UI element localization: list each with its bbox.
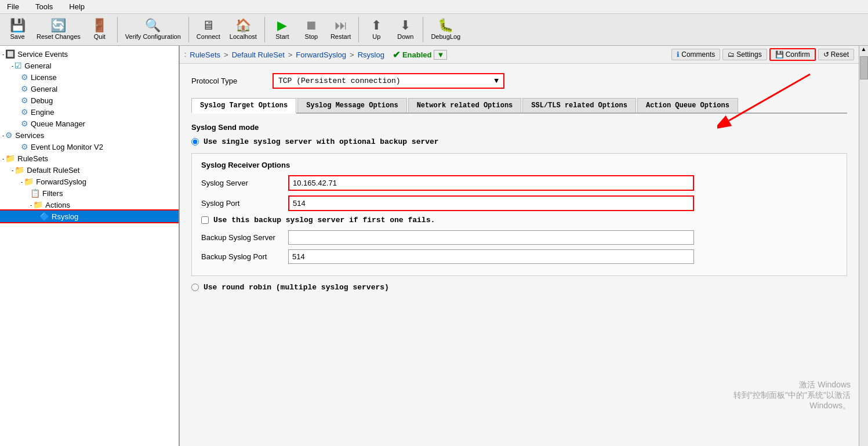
tree-toggle-general[interactable]: - — [12, 63, 13, 69]
form-area: Protocol Type TCP (Persistent connection… — [180, 64, 859, 446]
backup-server-input[interactable] — [288, 230, 694, 245]
breadcrumb-bar: : RuleSets > Default RuleSet > ForwardSy… — [180, 46, 859, 64]
tree-panel: - 🔲 Service Events - ☑ General ⚙ License… — [0, 46, 180, 446]
save-button[interactable]: 💾 Save — [3, 16, 31, 43]
backup-port-row: Backup Syslog Port — [201, 249, 837, 264]
radio-single-server[interactable] — [191, 138, 199, 146]
general2-icon: ⚙ — [21, 84, 28, 93]
localhost-icon: 🏠 — [235, 19, 251, 32]
tabs-row: Syslog Target Options Syslog Message Opt… — [191, 98, 847, 114]
rsyslog-icon: 🔷 — [39, 212, 49, 221]
up-icon: ⬆ — [371, 19, 382, 32]
restart-icon: ⏭ — [335, 19, 347, 32]
tree-toggle-actions[interactable]: - — [30, 202, 32, 208]
comments-button[interactable]: ℹ Comments — [671, 49, 720, 60]
scroll-thumb[interactable] — [860, 56, 868, 79]
tree-item-queue-manager[interactable]: ⚙ Queue Manager — [0, 118, 179, 129]
reset-button[interactable]: ↺ Reset — [818, 49, 854, 60]
verify-config-button[interactable]: 🔍 Verify Configuration — [121, 16, 185, 43]
tree-toggle-services[interactable]: - — [2, 132, 4, 139]
comments-label: Comments — [681, 50, 715, 59]
scroll-up-arrow[interactable]: ▲ — [860, 46, 868, 54]
comments-icon: ℹ — [677, 50, 680, 59]
start-button[interactable]: ▶ Start — [268, 16, 296, 43]
syslog-port-label: Syslog Port — [201, 199, 282, 208]
bc-actions: ℹ Comments 🗂 Settings 💾 Confirm ↺ Reset — [671, 48, 854, 61]
backup-checkbox[interactable] — [201, 216, 209, 224]
tab-syslog-target[interactable]: Syslog Target Options — [191, 98, 296, 114]
tree-item-event-log-monitor[interactable]: ⚙ Event Log Monitor V2 — [0, 141, 179, 153]
settings-label: Settings — [736, 50, 761, 59]
tree-toggle-rulesets[interactable]: - — [2, 155, 4, 162]
tree-item-rsyslog[interactable]: 🔷 Rsyslog — [0, 211, 179, 222]
bc-default-ruleset[interactable]: Default RuleSet — [232, 50, 285, 59]
protocol-value: TCP (Persistent connection) — [278, 77, 401, 85]
down-button[interactable]: ⬇ Down — [391, 16, 419, 43]
start-icon: ▶ — [277, 19, 287, 32]
tree-label-forwardsyslog: ForwardSyslog — [36, 177, 86, 186]
menu-tools[interactable]: Tools — [32, 1, 56, 12]
tree-item-rulesets[interactable]: - 📁 RuleSets — [0, 153, 179, 164]
tab-action-queue[interactable]: Action Queue Options — [637, 98, 738, 113]
up-button[interactable]: ⬆ Up — [362, 16, 390, 43]
stop-button[interactable]: ⏹ Stop — [297, 16, 325, 43]
backup-port-input[interactable] — [288, 249, 694, 264]
tab-network-related[interactable]: Network related Options — [408, 98, 522, 113]
tree-toggle-default-ruleset[interactable]: - — [12, 167, 13, 173]
confirm-button[interactable]: 💾 Confirm — [769, 48, 816, 61]
protocol-select[interactable]: TCP (Persistent connection) ▼ — [273, 73, 504, 89]
tree-item-engine[interactable]: ⚙ Engine — [0, 106, 179, 118]
stop-icon: ⏹ — [305, 19, 318, 32]
toolbar: 💾 Save 🔄 Reset Changes 🚪 Quit 🔍 Verify C… — [0, 14, 868, 46]
quit-button[interactable]: 🚪 Quit — [86, 16, 114, 43]
tree-item-general[interactable]: - ☑ General — [0, 60, 179, 71]
tree-item-filters[interactable]: 📋 Filters — [0, 187, 179, 199]
tree-label-license: License — [31, 73, 57, 82]
tree-item-forwardsyslog[interactable]: - 📁 ForwardSyslog — [0, 176, 179, 187]
enabled-status: ✔ Enabled ▼ — [393, 49, 447, 60]
tree-item-license[interactable]: ⚙ License — [0, 71, 179, 83]
tab-ssl-tls[interactable]: SSL/TLS related Options — [522, 98, 636, 113]
localhost-button[interactable]: 🏠 Localhost — [226, 16, 261, 43]
tree-label-event-log-monitor: Event Log Monitor V2 — [31, 143, 103, 151]
menu-help[interactable]: Help — [66, 1, 88, 12]
syslog-port-input[interactable] — [288, 195, 694, 211]
services-icon: ⚙ — [5, 130, 13, 140]
protocol-row: Protocol Type TCP (Persistent connection… — [191, 73, 847, 89]
main-layout: - 🔲 Service Events - ☑ General ⚙ License… — [0, 46, 868, 446]
bc-rsyslog[interactable]: Rsyslog — [358, 50, 384, 59]
tree-item-service-events[interactable]: - 🔲 Service Events — [0, 48, 179, 60]
tree-item-default-ruleset[interactable]: - 📁 Default RuleSet — [0, 164, 179, 176]
menu-file[interactable]: File — [3, 1, 23, 12]
radio-round-robin-row: Use round robin (multiple syslog servers… — [191, 283, 847, 292]
bc-forwardsyslog[interactable]: ForwardSyslog — [296, 50, 346, 59]
tree-item-services[interactable]: - ⚙ Services — [0, 129, 179, 141]
syslog-server-input[interactable] — [288, 175, 694, 191]
tree-label-filters: Filters — [42, 189, 63, 198]
tab-syslog-message[interactable]: Syslog Message Options — [297, 98, 406, 113]
tree-item-debug[interactable]: ⚙ Debug — [0, 95, 179, 106]
enabled-dropdown[interactable]: ▼ — [434, 50, 447, 60]
debuglog-button[interactable]: 🐛 DebugLog — [427, 16, 464, 43]
tree-item-general2[interactable]: ⚙ General — [0, 83, 179, 95]
separator-3 — [264, 17, 265, 42]
debug-icon: ⚙ — [21, 96, 28, 105]
tree-item-actions[interactable]: - 📁 Actions — [0, 199, 179, 211]
tree-label-services: Services — [15, 131, 44, 140]
reset-changes-button[interactable]: 🔄 Reset Changes — [32, 16, 85, 43]
separator-4 — [358, 17, 359, 42]
separator-1 — [117, 17, 118, 42]
tree-toggle-service-events[interactable]: - — [2, 51, 4, 57]
engine-icon: ⚙ — [21, 107, 28, 117]
radio-single-server-label: Use single syslog server with optional b… — [204, 137, 439, 146]
syslog-server-label: Syslog Server — [201, 179, 282, 187]
connect-button[interactable]: 🖥 Connect — [193, 16, 224, 43]
settings-button[interactable]: 🗂 Settings — [722, 49, 767, 60]
rulesets-icon: 📁 — [5, 154, 15, 163]
radio-round-robin[interactable] — [191, 284, 199, 291]
bc-rulesets[interactable]: RuleSets — [190, 50, 220, 59]
license-icon: ⚙ — [21, 72, 28, 82]
tree-toggle-forwardsyslog[interactable]: - — [21, 179, 23, 185]
restart-button[interactable]: ⏭ Restart — [326, 16, 355, 43]
service-events-icon: 🔲 — [5, 49, 15, 59]
